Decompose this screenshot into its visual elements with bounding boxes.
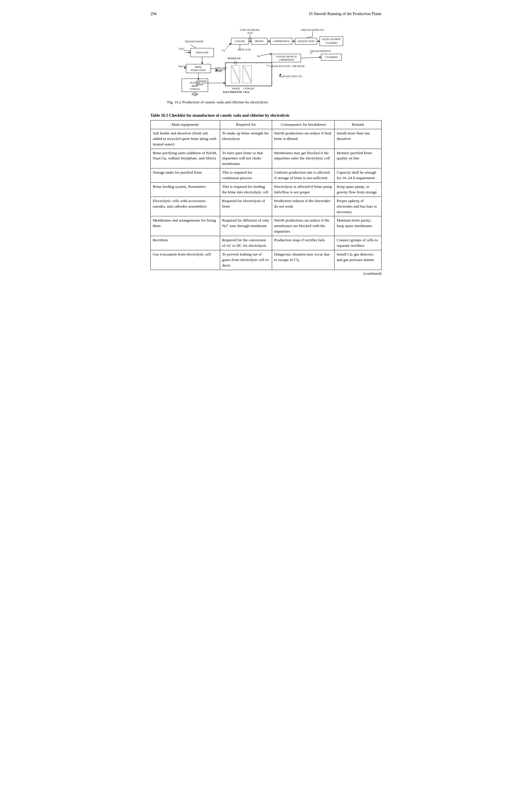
svg-text:DISSOLVER: DISSOLVER: [196, 51, 209, 54]
svg-line-81: [244, 65, 251, 82]
svg-marker-23: [269, 40, 270, 42]
svg-text:PUMP: PUMP: [192, 93, 198, 96]
svg-text:COOLING: COOLING: [235, 40, 245, 43]
svg-line-79: [233, 65, 240, 82]
svg-marker-19: [250, 40, 251, 42]
svg-marker-74: [224, 82, 225, 84]
svg-line-33: [306, 37, 312, 38]
svg-line-13: [184, 50, 190, 51]
svg-text:COMPRESSION: COMPRESSION: [279, 59, 294, 61]
svg-text:NaOH SOLUTION 32%: NaOH SOLUTION 32%: [279, 75, 302, 78]
page-number: 294: [150, 12, 156, 16]
svg-marker-43: [270, 53, 272, 55]
cell-remark: Keep spare pump, or gravity flow from st…: [335, 183, 382, 197]
svg-marker-38: [229, 43, 231, 45]
cell-remark: Maintain brine purity; keep spare membra…: [335, 216, 382, 236]
page-header: 294 16 Smooth Running of the Production …: [150, 12, 382, 16]
continued-label: (continued): [150, 271, 382, 276]
svg-marker-57: [279, 74, 281, 75]
svg-text:ELECTROLYTIC CELL: ELECTROLYTIC CELL: [223, 91, 250, 94]
cell-equipment: Brine purifying units (addition of NaOH,…: [151, 149, 220, 168]
svg-text:ACID: ACID: [247, 32, 253, 34]
col-header-consequence: Consequence for breakdown: [272, 120, 335, 129]
figure-caption: Fig. 16.2 Production of caustic soda and…: [167, 100, 365, 104]
cell-consequence: Uniform production rate is affected if s…: [272, 168, 335, 183]
svg-text:SALT: SALT: [179, 47, 184, 50]
svg-text:Cl₂: Cl₂: [222, 49, 225, 52]
cell-remark: Install Cl₂ gas detector; and gas pressu…: [335, 250, 382, 270]
svg-line-78: [231, 65, 240, 83]
svg-text:Na₂CO₃: Na₂CO₃: [178, 65, 186, 68]
cell-equipment: Salt feeder and dissolver (fresh salt ad…: [151, 129, 220, 149]
process-diagram: CONC.SULPHURIC ACID CHILLED WATER OUT TR…: [167, 22, 365, 98]
cell-required: To prevent leaking out of gases from ele…: [220, 250, 272, 270]
svg-text:CYLINDERS: CYLINDERS: [325, 56, 338, 59]
table-title-rest: Checklist for manufacture of caustic sod…: [168, 113, 289, 118]
svg-text:H₂: H₂: [257, 55, 260, 57]
svg-line-42: [260, 53, 272, 56]
cell-required: This is required for continuous process: [220, 168, 272, 183]
svg-text:LIQUID CHLORINE: LIQUID CHLORINE: [322, 38, 341, 41]
svg-marker-92: [201, 62, 203, 64]
col-header-equipment: Main equipments: [151, 120, 220, 129]
cell-consequence: NaOH production can reduce if the membra…: [272, 216, 335, 236]
svg-text:DRYING: DRYING: [255, 40, 264, 43]
svg-text:COMPRESSION: COMPRESSION: [273, 40, 289, 43]
table-row: Gas evacuation from electrolytic cellTo …: [151, 250, 382, 270]
svg-line-12: [190, 45, 196, 48]
svg-marker-50: [319, 56, 321, 58]
svg-text:PURIFICATION: PURIFICATION: [191, 69, 206, 72]
table-title: Table 16.5 Checklist for manufacture of …: [150, 113, 382, 118]
table-number: Table 16.5: [150, 113, 168, 118]
svg-text:COOLING DRYING &: COOLING DRYING &: [276, 55, 297, 58]
svg-line-80: [243, 65, 251, 83]
cell-required: This is required for feeding the brine i…: [220, 183, 272, 197]
checklist-table: Main equipments Required for Consequence…: [150, 120, 382, 270]
cell-required: Required for electrolysis of brine: [220, 196, 272, 216]
svg-text:LIQUEFACTION: LIQUEFACTION: [297, 40, 314, 43]
cell-required: Required for diffusion of only Na⁺ ions …: [220, 216, 272, 236]
table-header-row: Main equipments Required for Consequence…: [151, 120, 382, 129]
cell-remark: Monitor purified brine quality on line: [335, 149, 382, 168]
cell-consequence: Membranes may get blocked if the impurit…: [272, 149, 335, 168]
table-row: Membranes and arrangements for fixing th…: [151, 216, 382, 236]
cell-consequence: Production stops if rectifier fails: [272, 236, 335, 250]
table-row: Storage tanks for purified brineThis is …: [151, 168, 382, 183]
svg-text:SPENT ACID: SPENT ACID: [238, 49, 251, 51]
svg-text:BRINE: BRINE: [192, 85, 198, 88]
svg-marker-3: [249, 38, 251, 39]
svg-rect-75: [225, 63, 272, 86]
cell-equipment: Membranes and arrangements for fixing th…: [151, 216, 220, 236]
cell-equipment: Rectifiers: [151, 236, 220, 250]
cell-consequence: NaOH production can reduce if feed brine…: [272, 129, 335, 149]
svg-text:CATHODE: CATHODE: [243, 88, 254, 90]
svg-text:STORAGE: STORAGE: [190, 88, 200, 91]
svg-line-49: [301, 57, 321, 58]
diagram-container: CONC.SULPHURIC ACID CHILLED WATER OUT TR…: [150, 22, 382, 104]
cell-equipment: Gas evacuation from electrolytic cell: [151, 250, 220, 270]
table-row: Brine feeding system, flowmetresThis is …: [151, 183, 382, 197]
cell-remark: Capacity shall be enough for 16–24 h req…: [335, 168, 382, 183]
svg-text:CHILLED WATER OUT: CHILLED WATER OUT: [301, 29, 324, 31]
cell-required: To have pure brine so that impurities wi…: [220, 149, 272, 168]
svg-line-54: [266, 65, 272, 66]
cell-consequence: Production reduces if the electrodes do …: [272, 196, 335, 216]
table-row: Salt feeder and dissolver (fresh salt ad…: [151, 129, 382, 149]
col-header-required: Required for: [220, 120, 272, 129]
table-row: RectifiersRequired for the conversion of…: [151, 236, 382, 250]
svg-text:ANODE: ANODE: [232, 88, 240, 90]
svg-text:CHILLED WATER IN: CHILLED WATER IN: [309, 50, 331, 53]
table-row: Electrolytic cells with accessories (ano…: [151, 196, 382, 216]
svg-text:CYLINDERS: CYLINDERS: [325, 42, 338, 44]
svg-marker-32: [318, 40, 320, 42]
svg-text:MEMBRANE: MEMBRANE: [227, 57, 241, 60]
svg-text:FILTERED: FILTERED: [190, 82, 200, 84]
svg-text:NaOH SOLUTION + DM WATER: NaOH SOLUTION + DM WATER: [272, 65, 305, 68]
svg-marker-9: [189, 52, 190, 53]
svg-marker-27: [293, 40, 295, 42]
svg-text:TREATED WATER: TREATED WATER: [185, 40, 204, 43]
cell-equipment: Brine feeding system, flowmetres: [151, 183, 220, 197]
cell-required: To make up brine strength for electrolys…: [220, 129, 272, 149]
svg-text:CONC.SULPHURIC: CONC.SULPHURIC: [240, 29, 260, 31]
table-row: Brine purifying units (addition of NaOH,…: [151, 149, 382, 168]
